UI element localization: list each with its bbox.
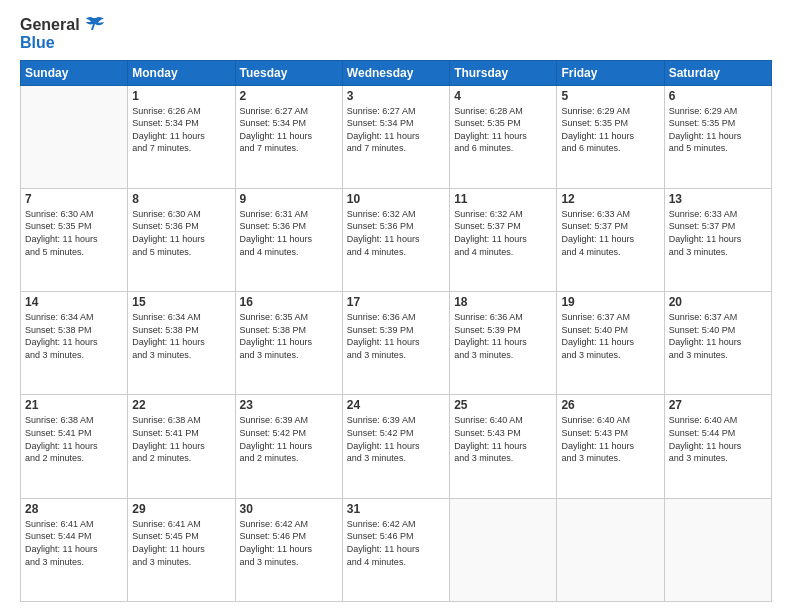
day-number: 17: [347, 295, 445, 309]
day-number: 12: [561, 192, 659, 206]
week-row-3: 14Sunrise: 6:34 AMSunset: 5:38 PMDayligh…: [21, 292, 772, 395]
day-number: 20: [669, 295, 767, 309]
day-number: 15: [132, 295, 230, 309]
day-cell-3: 3Sunrise: 6:27 AMSunset: 5:34 PMDaylight…: [342, 85, 449, 188]
day-cell-28: 28Sunrise: 6:41 AMSunset: 5:44 PMDayligh…: [21, 498, 128, 601]
day-cell-30: 30Sunrise: 6:42 AMSunset: 5:46 PMDayligh…: [235, 498, 342, 601]
day-number: 7: [25, 192, 123, 206]
day-number: 8: [132, 192, 230, 206]
day-number: 6: [669, 89, 767, 103]
day-cell-27: 27Sunrise: 6:40 AMSunset: 5:44 PMDayligh…: [664, 395, 771, 498]
weekday-header-row: SundayMondayTuesdayWednesdayThursdayFrid…: [21, 60, 772, 85]
day-number: 31: [347, 502, 445, 516]
day-info: Sunrise: 6:32 AMSunset: 5:36 PMDaylight:…: [347, 208, 445, 258]
day-cell-18: 18Sunrise: 6:36 AMSunset: 5:39 PMDayligh…: [450, 292, 557, 395]
logo: General Blue: [20, 16, 104, 52]
day-number: 14: [25, 295, 123, 309]
day-cell-6: 6Sunrise: 6:29 AMSunset: 5:35 PMDaylight…: [664, 85, 771, 188]
day-info: Sunrise: 6:29 AMSunset: 5:35 PMDaylight:…: [561, 105, 659, 155]
day-number: 23: [240, 398, 338, 412]
day-info: Sunrise: 6:41 AMSunset: 5:45 PMDaylight:…: [132, 518, 230, 568]
day-cell-16: 16Sunrise: 6:35 AMSunset: 5:38 PMDayligh…: [235, 292, 342, 395]
day-info: Sunrise: 6:36 AMSunset: 5:39 PMDaylight:…: [454, 311, 552, 361]
empty-cell: [21, 85, 128, 188]
header: General Blue: [20, 16, 772, 52]
logo-blue-text: Blue: [20, 34, 104, 52]
day-info: Sunrise: 6:30 AMSunset: 5:36 PMDaylight:…: [132, 208, 230, 258]
day-cell-24: 24Sunrise: 6:39 AMSunset: 5:42 PMDayligh…: [342, 395, 449, 498]
empty-cell: [557, 498, 664, 601]
day-info: Sunrise: 6:42 AMSunset: 5:46 PMDaylight:…: [347, 518, 445, 568]
logo-container: General Blue: [20, 16, 104, 52]
day-cell-8: 8Sunrise: 6:30 AMSunset: 5:36 PMDaylight…: [128, 188, 235, 291]
day-number: 19: [561, 295, 659, 309]
day-cell-17: 17Sunrise: 6:36 AMSunset: 5:39 PMDayligh…: [342, 292, 449, 395]
day-cell-11: 11Sunrise: 6:32 AMSunset: 5:37 PMDayligh…: [450, 188, 557, 291]
day-info: Sunrise: 6:40 AMSunset: 5:43 PMDaylight:…: [561, 414, 659, 464]
day-info: Sunrise: 6:30 AMSunset: 5:35 PMDaylight:…: [25, 208, 123, 258]
day-number: 16: [240, 295, 338, 309]
day-cell-14: 14Sunrise: 6:34 AMSunset: 5:38 PMDayligh…: [21, 292, 128, 395]
day-cell-5: 5Sunrise: 6:29 AMSunset: 5:35 PMDaylight…: [557, 85, 664, 188]
day-cell-25: 25Sunrise: 6:40 AMSunset: 5:43 PMDayligh…: [450, 395, 557, 498]
week-row-1: 1Sunrise: 6:26 AMSunset: 5:34 PMDaylight…: [21, 85, 772, 188]
day-info: Sunrise: 6:33 AMSunset: 5:37 PMDaylight:…: [561, 208, 659, 258]
day-info: Sunrise: 6:27 AMSunset: 5:34 PMDaylight:…: [240, 105, 338, 155]
day-info: Sunrise: 6:28 AMSunset: 5:35 PMDaylight:…: [454, 105, 552, 155]
day-cell-26: 26Sunrise: 6:40 AMSunset: 5:43 PMDayligh…: [557, 395, 664, 498]
week-row-4: 21Sunrise: 6:38 AMSunset: 5:41 PMDayligh…: [21, 395, 772, 498]
day-info: Sunrise: 6:40 AMSunset: 5:44 PMDaylight:…: [669, 414, 767, 464]
page: General Blue SundayMondayTuesdayWednesda…: [0, 0, 792, 612]
day-info: Sunrise: 6:31 AMSunset: 5:36 PMDaylight:…: [240, 208, 338, 258]
day-info: Sunrise: 6:41 AMSunset: 5:44 PMDaylight:…: [25, 518, 123, 568]
calendar-table: SundayMondayTuesdayWednesdayThursdayFrid…: [20, 60, 772, 602]
day-number: 4: [454, 89, 552, 103]
day-cell-19: 19Sunrise: 6:37 AMSunset: 5:40 PMDayligh…: [557, 292, 664, 395]
day-cell-10: 10Sunrise: 6:32 AMSunset: 5:36 PMDayligh…: [342, 188, 449, 291]
day-cell-12: 12Sunrise: 6:33 AMSunset: 5:37 PMDayligh…: [557, 188, 664, 291]
day-info: Sunrise: 6:33 AMSunset: 5:37 PMDaylight:…: [669, 208, 767, 258]
week-row-5: 28Sunrise: 6:41 AMSunset: 5:44 PMDayligh…: [21, 498, 772, 601]
day-number: 18: [454, 295, 552, 309]
day-number: 3: [347, 89, 445, 103]
day-info: Sunrise: 6:34 AMSunset: 5:38 PMDaylight:…: [132, 311, 230, 361]
weekday-header-saturday: Saturday: [664, 60, 771, 85]
day-info: Sunrise: 6:32 AMSunset: 5:37 PMDaylight:…: [454, 208, 552, 258]
day-cell-1: 1Sunrise: 6:26 AMSunset: 5:34 PMDaylight…: [128, 85, 235, 188]
day-info: Sunrise: 6:40 AMSunset: 5:43 PMDaylight:…: [454, 414, 552, 464]
day-number: 24: [347, 398, 445, 412]
weekday-header-tuesday: Tuesday: [235, 60, 342, 85]
day-info: Sunrise: 6:42 AMSunset: 5:46 PMDaylight:…: [240, 518, 338, 568]
day-cell-21: 21Sunrise: 6:38 AMSunset: 5:41 PMDayligh…: [21, 395, 128, 498]
weekday-header-wednesday: Wednesday: [342, 60, 449, 85]
day-number: 26: [561, 398, 659, 412]
logo-bird-icon: [82, 16, 104, 34]
day-number: 25: [454, 398, 552, 412]
day-cell-29: 29Sunrise: 6:41 AMSunset: 5:45 PMDayligh…: [128, 498, 235, 601]
day-info: Sunrise: 6:26 AMSunset: 5:34 PMDaylight:…: [132, 105, 230, 155]
day-cell-22: 22Sunrise: 6:38 AMSunset: 5:41 PMDayligh…: [128, 395, 235, 498]
day-number: 10: [347, 192, 445, 206]
day-cell-31: 31Sunrise: 6:42 AMSunset: 5:46 PMDayligh…: [342, 498, 449, 601]
weekday-header-sunday: Sunday: [21, 60, 128, 85]
day-number: 30: [240, 502, 338, 516]
day-cell-7: 7Sunrise: 6:30 AMSunset: 5:35 PMDaylight…: [21, 188, 128, 291]
weekday-header-friday: Friday: [557, 60, 664, 85]
day-number: 28: [25, 502, 123, 516]
day-info: Sunrise: 6:39 AMSunset: 5:42 PMDaylight:…: [240, 414, 338, 464]
day-number: 21: [25, 398, 123, 412]
day-info: Sunrise: 6:29 AMSunset: 5:35 PMDaylight:…: [669, 105, 767, 155]
day-info: Sunrise: 6:39 AMSunset: 5:42 PMDaylight:…: [347, 414, 445, 464]
day-info: Sunrise: 6:38 AMSunset: 5:41 PMDaylight:…: [25, 414, 123, 464]
day-number: 13: [669, 192, 767, 206]
empty-cell: [664, 498, 771, 601]
day-number: 27: [669, 398, 767, 412]
day-number: 9: [240, 192, 338, 206]
day-cell-2: 2Sunrise: 6:27 AMSunset: 5:34 PMDaylight…: [235, 85, 342, 188]
day-number: 5: [561, 89, 659, 103]
day-cell-9: 9Sunrise: 6:31 AMSunset: 5:36 PMDaylight…: [235, 188, 342, 291]
day-number: 1: [132, 89, 230, 103]
logo-general-text: General: [20, 16, 80, 34]
weekday-header-monday: Monday: [128, 60, 235, 85]
day-info: Sunrise: 6:37 AMSunset: 5:40 PMDaylight:…: [669, 311, 767, 361]
